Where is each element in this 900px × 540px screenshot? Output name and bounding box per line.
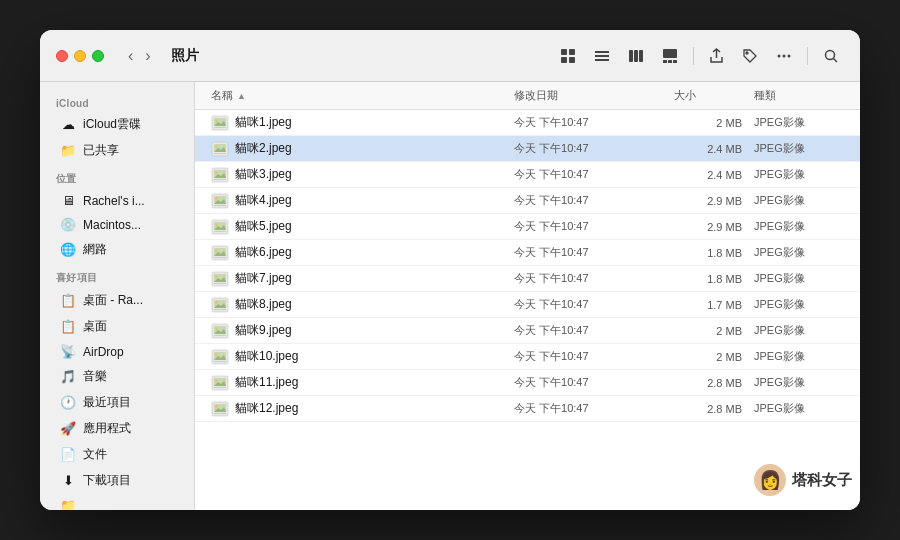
table-row[interactable]: 貓咪2.jpeg 今天 下午10:47 2.4 MB JPEG影像 xyxy=(195,136,860,162)
file-icon xyxy=(211,114,229,132)
back-button[interactable]: ‹ xyxy=(124,45,137,67)
table-row[interactable]: 貓咪1.jpeg 今天 下午10:47 2 MB JPEG影像 xyxy=(195,110,860,136)
svg-rect-29 xyxy=(214,153,226,154)
file-kind: JPEG影像 xyxy=(754,115,844,130)
col-header-date[interactable]: 修改日期 xyxy=(514,88,674,103)
table-row[interactable]: 貓咪6.jpeg 今天 下午10:47 1.8 MB JPEG影像 xyxy=(195,240,860,266)
view-gallery-button[interactable] xyxy=(657,44,683,68)
computer-icon: 🖥 xyxy=(60,193,76,208)
table-row[interactable]: 貓咪3.jpeg 今天 下午10:47 2.4 MB JPEG影像 xyxy=(195,162,860,188)
sidebar-item-desktop[interactable]: 📋 桌面 xyxy=(44,314,190,339)
file-kind: JPEG影像 xyxy=(754,245,844,260)
svg-rect-10 xyxy=(663,49,677,58)
desktop-icon: 📋 xyxy=(60,319,76,334)
separator-2 xyxy=(807,47,808,65)
svg-rect-12 xyxy=(668,60,672,63)
svg-point-15 xyxy=(778,54,781,57)
file-date: 今天 下午10:47 xyxy=(514,349,674,364)
file-name: 貓咪5.jpeg xyxy=(235,218,514,235)
svg-rect-44 xyxy=(214,231,226,232)
window-title: 照片 xyxy=(171,47,199,65)
airdrop-icon: 📡 xyxy=(60,344,76,359)
svg-rect-4 xyxy=(595,51,609,53)
file-date: 今天 下午10:47 xyxy=(514,141,674,156)
separator-1 xyxy=(693,47,694,65)
table-row[interactable]: 貓咪10.jpeg 今天 下午10:47 2 MB JPEG影像 xyxy=(195,344,860,370)
maximize-button[interactable] xyxy=(92,50,104,62)
sidebar-item-apps[interactable]: 🚀 應用程式 xyxy=(44,416,190,441)
sidebar-item-desktop-ra[interactable]: 📋 桌面 - Ra... xyxy=(44,288,190,313)
table-row[interactable]: 貓咪7.jpeg 今天 下午10:47 1.8 MB JPEG影像 xyxy=(195,266,860,292)
icloud-icon: ☁ xyxy=(60,117,76,132)
view-columns-button[interactable] xyxy=(623,44,649,68)
view-grid-button[interactable] xyxy=(555,44,581,68)
view-list-button[interactable] xyxy=(589,44,615,68)
svg-point-68 xyxy=(215,353,217,355)
sidebar-item-music[interactable]: 🎵 音樂 xyxy=(44,364,190,389)
svg-rect-11 xyxy=(663,60,667,63)
file-icon xyxy=(211,244,229,262)
file-date: 今天 下午10:47 xyxy=(514,401,674,416)
sidebar-item-icloud-drive[interactable]: ☁ iCloud雲碟 xyxy=(44,112,190,137)
network-icon: 🌐 xyxy=(60,242,76,257)
svg-rect-24 xyxy=(214,127,226,128)
file-icon xyxy=(211,270,229,288)
table-row[interactable]: 貓咪4.jpeg 今天 下午10:47 2.9 MB JPEG影像 xyxy=(195,188,860,214)
file-icon xyxy=(211,322,229,340)
file-kind: JPEG影像 xyxy=(754,141,844,156)
file-icon xyxy=(211,192,229,210)
file-icon xyxy=(211,296,229,314)
table-row[interactable]: 貓咪12.jpeg 今天 下午10:47 2.8 MB JPEG影像 xyxy=(195,396,860,422)
sidebar-item-docs[interactable]: 📄 文件 xyxy=(44,442,190,467)
svg-point-23 xyxy=(215,119,217,121)
sidebar-item-label: 應用程式 xyxy=(83,420,131,437)
svg-point-17 xyxy=(788,54,791,57)
sidebar-item-airdrop[interactable]: 📡 AirDrop xyxy=(44,340,190,363)
file-name: 貓咪6.jpeg xyxy=(235,244,514,261)
file-kind: JPEG影像 xyxy=(754,219,844,234)
sidebar-item-label: 已共享 xyxy=(83,142,119,159)
sidebar: iCloud ☁ iCloud雲碟 📁 已共享 位置 🖥 Rachel's i.… xyxy=(40,82,195,510)
search-button[interactable] xyxy=(818,44,844,68)
sidebar-item-shared[interactable]: 📁 已共享 xyxy=(44,138,190,163)
table-row[interactable]: 貓咪5.jpeg 今天 下午10:47 2.9 MB JPEG影像 xyxy=(195,214,860,240)
file-kind: JPEG影像 xyxy=(754,375,844,390)
svg-point-78 xyxy=(215,405,217,407)
sidebar-item-network[interactable]: 🌐 網路 xyxy=(44,237,190,262)
minimize-button[interactable] xyxy=(74,50,86,62)
action-button[interactable] xyxy=(771,44,797,68)
file-kind: JPEG影像 xyxy=(754,401,844,416)
sort-arrow: ▲ xyxy=(237,91,246,101)
file-kind: JPEG影像 xyxy=(754,271,844,286)
sidebar-item-rachels[interactable]: 🖥 Rachel's i... xyxy=(44,189,190,212)
svg-rect-7 xyxy=(629,50,633,62)
svg-point-28 xyxy=(215,145,217,147)
titlebar: ‹ › 照片 xyxy=(40,30,860,82)
col-header-size[interactable]: 大小 xyxy=(674,88,754,103)
share-button[interactable] xyxy=(704,44,729,68)
table-row[interactable]: 貓咪11.jpeg 今天 下午10:47 2.8 MB JPEG影像 xyxy=(195,370,860,396)
sidebar-item-folder[interactable]: 📁 xyxy=(44,494,190,510)
svg-point-33 xyxy=(215,171,217,173)
file-size: 2 MB xyxy=(674,325,754,337)
svg-rect-5 xyxy=(595,55,609,57)
col-header-name[interactable]: 名稱 ▲ xyxy=(211,88,514,103)
table-row[interactable]: 貓咪8.jpeg 今天 下午10:47 1.7 MB JPEG影像 xyxy=(195,292,860,318)
svg-point-63 xyxy=(215,327,217,329)
svg-rect-13 xyxy=(673,60,677,63)
file-date: 今天 下午10:47 xyxy=(514,245,674,260)
close-button[interactable] xyxy=(56,50,68,62)
file-name: 貓咪9.jpeg xyxy=(235,322,514,339)
svg-point-14 xyxy=(746,52,748,54)
table-row[interactable]: 貓咪9.jpeg 今天 下午10:47 2 MB JPEG影像 xyxy=(195,318,860,344)
col-header-kind[interactable]: 種類 xyxy=(754,88,844,103)
sidebar-item-downloads[interactable]: ⬇ 下載項目 xyxy=(44,468,190,493)
sidebar-item-label: 桌面 - Ra... xyxy=(83,292,143,309)
forward-button[interactable]: › xyxy=(141,45,154,67)
sidebar-item-recents[interactable]: 🕐 最近項目 xyxy=(44,390,190,415)
sidebar-item-macintosh[interactable]: 💿 Macintos... xyxy=(44,213,190,236)
tag-button[interactable] xyxy=(737,44,763,68)
sidebar-item-label: 最近項目 xyxy=(83,394,131,411)
file-size: 2.4 MB xyxy=(674,143,754,155)
traffic-lights xyxy=(56,50,104,62)
